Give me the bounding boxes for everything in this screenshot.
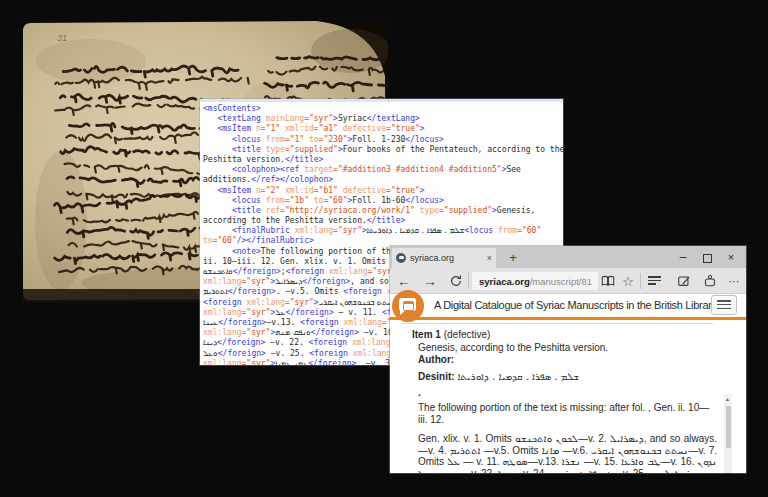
code-line: <textLang mainLang="syr">Syriac</textLan… — [203, 114, 563, 124]
text-segment: ܢܚܬܬ ܒܟܢܘܫܗܘܢ ܐܝܩܪܝ — [591, 445, 688, 456]
code-segment: </title> — [367, 216, 406, 225]
code-line: <msItem n="2" xml:id="b1" defective="tru… — [203, 186, 563, 196]
more-options-button[interactable]: ⋯ — [724, 268, 744, 294]
code-segment: ="syr" — [333, 226, 362, 235]
menu-button[interactable] — [711, 295, 737, 315]
code-segment: </textLang> — [367, 114, 420, 123]
code-segment: </locus> — [405, 135, 444, 144]
share-button[interactable] — [700, 268, 720, 294]
text-segment: —v.5. Omits — [481, 445, 542, 456]
code-segment: </foreign> — [228, 287, 276, 296]
code-segment: </foreign> — [286, 308, 334, 317]
item-genesis-line: Genesis, according to the Peshitta versi… — [418, 342, 717, 354]
hub-button[interactable] — [648, 268, 668, 294]
desinit-syriac-text: ܫܠܡ . ܣܦܪܐ . ܩܕܡܝܐ . ܕܐܘܪܝܬܐ — [457, 371, 579, 382]
code-segment: type — [266, 145, 285, 154]
code-segment: ܥܝܢܐ — [203, 318, 218, 327]
code-segment: Foll. 1b-60 — [352, 196, 405, 205]
text-segment: —v. 22. — [458, 468, 498, 474]
address-bar[interactable]: syriaca.org/manuscript/81 — [472, 272, 598, 290]
code-line: <finalRubric xml:lang="syr">ܫܠܡ . ܣܦܪܐ .… — [203, 226, 563, 236]
code-segment: ="1" — [261, 124, 280, 133]
code-segment — [203, 165, 232, 174]
code-segment: to — [309, 196, 323, 205]
text-segment: —v.6. — [559, 445, 591, 456]
code-segment: additions. — [203, 175, 251, 184]
code-segment: xml:id — [280, 124, 314, 133]
code-segment: xml:lang — [329, 267, 368, 276]
tab-close-icon[interactable]: × — [487, 253, 492, 263]
code-segment: </foreign> — [308, 359, 356, 365]
code-segment: xml:lang — [352, 338, 391, 347]
code-segment: </foreign> — [311, 328, 359, 337]
web-note-pen-icon — [677, 274, 691, 288]
text-segment: ܕܝܣܪܐܝܠ — [610, 433, 644, 444]
code-segment — [203, 135, 232, 144]
favorites-star-button[interactable]: ☆ — [618, 268, 638, 294]
scroll-up-icon[interactable]: ▲ — [725, 396, 730, 402]
code-segment: xml:lang — [203, 277, 242, 286]
code-segment: ܕܝܢܐ — [203, 338, 217, 347]
code-segment: /></finalRubric> — [237, 236, 314, 245]
code-segment: xml:lang — [295, 226, 334, 235]
item-qualifier: (defective) — [441, 329, 490, 340]
content-scrollbar[interactable]: ▲ — [724, 394, 732, 473]
new-tab-button[interactable]: + — [504, 248, 522, 268]
browser-window: syriaca.org × + – × ← → syriaca.org/manu… — [390, 246, 746, 473]
code-segment: <locus — [232, 135, 266, 144]
text-segment: ܢܫܪܐ — [562, 456, 581, 467]
close-button[interactable]: × — [720, 246, 742, 268]
desinit-label: Desinit: — [418, 371, 457, 382]
text-segment: —v.13. — [528, 456, 562, 467]
reading-view-book-icon — [601, 274, 615, 288]
code-segment: ="a1" — [314, 124, 338, 133]
code-segment: ="supplied" — [439, 206, 492, 215]
maximize-button[interactable] — [696, 246, 718, 268]
scrollbar-thumb[interactable] — [726, 406, 731, 448]
code-segment: > — [420, 186, 425, 195]
code-segment: —v. 22. — [265, 338, 308, 347]
code-segment: to — [304, 135, 318, 144]
desinit-line: Desinit: ܫܠܡ . ܣܦܪܐ . ܩܕܡܝܐ . ܕܐܘܪܝܬܐ — [418, 371, 717, 383]
code-segment: to — [203, 236, 213, 245]
url-path: /manuscript/81 — [530, 276, 592, 287]
code-line: <title type="supplied">Four books of the… — [203, 145, 563, 155]
text-segment: —v. 15. — [581, 456, 621, 467]
code-segment: <title — [232, 206, 266, 215]
code-segment: ="supplied" — [285, 145, 338, 154]
code-segment: <foreign — [286, 267, 329, 276]
code-segment: ref — [266, 206, 280, 215]
code-segment: <textLang — [217, 114, 265, 123]
hamburger-icon — [717, 300, 731, 302]
browser-navbar: ← → syriaca.org/manuscript/81 ☆ — [390, 268, 746, 294]
code-line: <colophon><ref target="#addition3 #addit… — [203, 165, 563, 175]
code-line: <msItem n="1" xml:id="a1" defective="tru… — [203, 124, 563, 134]
code-segment: . —v.5. Omits — [276, 287, 343, 296]
browser-tab-syriaca[interactable]: syriaca.org × — [392, 248, 496, 268]
url-domain: syriaca.org — [479, 276, 530, 287]
text-segment: ܢܥܕܪܟ ܐܝܠ ܡܢ — [650, 468, 708, 474]
code-segment: xml:lang — [203, 359, 242, 365]
page-content: Item 1 (defective) Genesis, according to… — [390, 320, 735, 473]
web-note-button[interactable] — [674, 268, 694, 294]
code-segment: ܘܢܦܩ ܡܢܗ — [275, 328, 311, 337]
missing-note: The following portion of the text is mis… — [418, 402, 717, 426]
code-line: additions.</ref></colophon> — [203, 175, 563, 185]
code-line: Peshitta version.</title> — [203, 155, 563, 165]
code-segment: ܐܬܬܪܝܡ — [203, 287, 228, 296]
item-details: Genesis, according to the Peshitta versi… — [418, 342, 735, 473]
code-line: <title ref="http://syriaca.org/work/1" t… — [203, 206, 563, 216]
text-segment: ܛܒ ܘܐܪܥܐ — [621, 456, 660, 467]
site-title: A Digital Catalogue of Syriac Manuscript… — [434, 294, 717, 317]
code-segment: <locus — [232, 196, 266, 205]
code-segment — [203, 186, 217, 195]
reading-view-button[interactable] — [598, 268, 618, 294]
syriaca-logo[interactable] — [392, 290, 424, 322]
code-segment: <foreign — [343, 287, 386, 296]
browser-titlebar: syriaca.org × + – × — [390, 246, 746, 268]
minimize-button[interactable]: – — [672, 246, 694, 268]
forward-button[interactable]: → — [420, 268, 440, 294]
nav-divider — [468, 273, 469, 289]
refresh-button[interactable] — [446, 268, 466, 294]
text-segment: ܬܩܝܦܐܝܬ ܒܪ ܡܢ — [550, 468, 613, 474]
